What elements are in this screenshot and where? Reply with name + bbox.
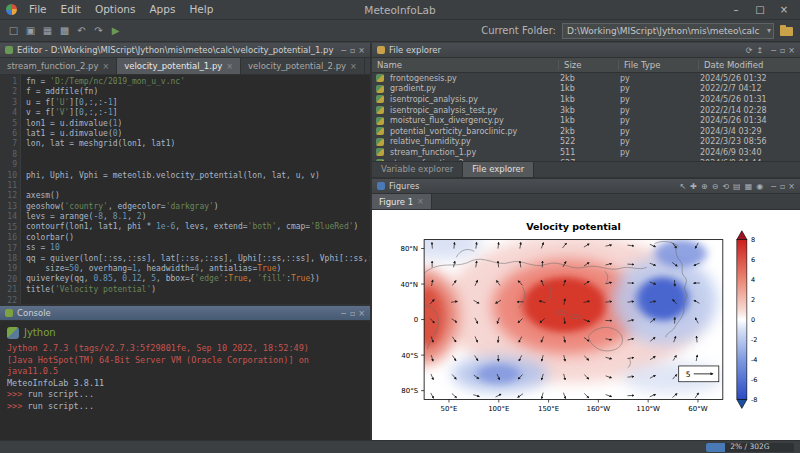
- menu-item-file[interactable]: File: [22, 0, 54, 19]
- file-row[interactable]: isentropic_analysis.py1kbpy2024/5/26 01:…: [372, 94, 800, 105]
- python-file-icon: [376, 106, 384, 114]
- minimize-icon[interactable]: −: [770, 44, 777, 57]
- figures-panel: Figures ↖✚⊕⊖⟲▤▦◉ −▫× Figure 1 ×: [372, 179, 800, 440]
- parent-folder-icon[interactable]: ↥: [756, 44, 763, 57]
- figures-panel-controls: −▫×: [770, 180, 795, 193]
- close-icon[interactable]: ×: [788, 44, 795, 57]
- jython-banner: Jython: [7, 325, 363, 341]
- editor-tab-velocity_potential_2.py[interactable]: velocity_potential_2.py×: [241, 58, 365, 74]
- svg-text:100°E: 100°E: [488, 405, 509, 413]
- svg-text:-6: -6: [751, 376, 757, 384]
- open-file-icon[interactable]: ▣: [22, 21, 39, 41]
- left-column: Editor - D:\Working\MIScript\Jython\mis\…: [0, 43, 372, 440]
- current-folder-label: Current Folder:: [481, 25, 556, 36]
- console-lines: Jython 2.7.3 (tags/v2.7.3:5f29801fe, Sep…: [7, 343, 363, 412]
- cursor-icon[interactable]: ↖: [680, 180, 687, 193]
- close-icon[interactable]: ×: [358, 44, 365, 57]
- tab-figure-1[interactable]: Figure 1 ×: [372, 194, 432, 209]
- menu-item-options[interactable]: Options: [88, 0, 143, 19]
- close-icon[interactable]: ×: [226, 62, 233, 71]
- file-table-header[interactable]: Name Size File Type Date Modified: [372, 58, 800, 73]
- tab-file-explorer[interactable]: File explorer: [463, 162, 534, 177]
- minimize-icon[interactable]: –: [724, 0, 748, 19]
- float-icon[interactable]: ▫: [350, 307, 355, 320]
- file-row[interactable]: moisture_flux_divergency.py1kbpy2024/5/2…: [372, 115, 800, 126]
- save-figure-icon[interactable]: ▦: [745, 180, 753, 193]
- svg-text:-8: -8: [751, 396, 757, 404]
- status-bar: 2% / 302G: [0, 440, 800, 453]
- menu-item-edit[interactable]: Edit: [54, 0, 88, 19]
- file-row[interactable]: gradient.py1kbpy2022/2/7 04:12: [372, 84, 800, 95]
- title-bar: FileEditOptionsAppsHelp MeteoInfoLab –□×: [0, 0, 800, 20]
- current-folder-value: D:\Working\MIScript\Jython\mis\meteo\cal…: [567, 26, 760, 36]
- minimize-icon[interactable]: −: [770, 180, 777, 193]
- close-icon[interactable]: ×: [350, 62, 357, 71]
- python-file-icon: [376, 117, 384, 125]
- column-header-filetype[interactable]: File Type: [618, 60, 698, 70]
- minimize-icon[interactable]: −: [340, 44, 347, 57]
- browse-folder-button[interactable]: [779, 24, 795, 37]
- menu-item-help[interactable]: Help: [182, 0, 220, 19]
- svg-text:8: 8: [751, 236, 755, 244]
- file-row[interactable]: stream_function_1.py511py2024/6/9 03:40: [372, 147, 800, 158]
- figure-canvas[interactable]: Velocity potential: [372, 210, 800, 440]
- quiver-key: 5: [679, 366, 719, 382]
- info-icon[interactable]: ◉: [756, 180, 763, 193]
- file-row[interactable]: frontogenesis.py2kbpy2024/5/26 01:32: [372, 73, 800, 84]
- undo-icon[interactable]: ↶: [73, 21, 90, 41]
- float-icon[interactable]: ▫: [780, 180, 785, 193]
- python-file-icon: [376, 148, 384, 156]
- menu-item-apps[interactable]: Apps: [142, 0, 182, 19]
- tab-variable-explorer[interactable]: Variable explorer: [372, 162, 463, 177]
- save-icon[interactable]: ▦: [39, 21, 56, 41]
- file-explorer-title: File explorer: [389, 45, 742, 55]
- console-output[interactable]: Jython Jython 2.7.3 (tags/v2.7.3:5f29801…: [0, 321, 370, 440]
- memory-usage-text: 2% / 302G: [706, 443, 794, 451]
- close-icon[interactable]: ×: [358, 307, 365, 320]
- python-file-icon: [376, 85, 384, 93]
- column-header-modified[interactable]: Date Modified: [698, 60, 800, 70]
- chevron-down-icon[interactable]: ▾: [767, 24, 771, 38]
- new-file-icon[interactable]: □: [5, 21, 22, 41]
- file-row[interactable]: isentropic_analysis_test.py3kbpy2022/2/1…: [372, 105, 800, 116]
- close-icon[interactable]: ×: [103, 62, 110, 71]
- console-icon: [5, 309, 13, 317]
- current-folder-combobox[interactable]: D:\Working\MIScript\Jython\mis\meteo\cal…: [562, 23, 774, 39]
- column-header-name[interactable]: Name: [372, 60, 558, 70]
- python-file-icon: [376, 74, 384, 82]
- code-lines[interactable]: fn = 'D:/Temp/nc/2019_mon_u_v.nc'f = add…: [21, 75, 370, 304]
- svg-text:60°W: 60°W: [688, 405, 707, 413]
- grid-icon[interactable]: ▤: [733, 180, 741, 193]
- close-icon[interactable]: ×: [417, 197, 424, 206]
- rotate-icon[interactable]: ⟲: [722, 180, 729, 193]
- line-numbers: 12345678910111213141516171819202122: [0, 75, 21, 304]
- column-header-size[interactable]: Size: [558, 60, 618, 70]
- zoom-out-icon[interactable]: ⊖: [712, 180, 719, 193]
- figure-tab-bar: Figure 1 ×: [372, 194, 800, 210]
- minimize-icon[interactable]: −: [340, 307, 347, 320]
- zoom-in-icon[interactable]: ⊕: [701, 180, 708, 193]
- main-toolbar: □▣▦▩↶↷▶ Current Folder: D:\Working\MIScr…: [0, 20, 800, 42]
- python-file-icon: [376, 127, 384, 135]
- file-row[interactable]: relative_humidity.py522py2022/3/23 08:56: [372, 137, 800, 148]
- file-row[interactable]: potential_vorticity_baroclinic.py2kbpy20…: [372, 126, 800, 137]
- float-icon[interactable]: ▫: [780, 44, 785, 57]
- refresh-icon[interactable]: ⟳: [746, 44, 753, 57]
- console-panel-title: Console: [17, 308, 336, 318]
- redo-icon[interactable]: ↷: [90, 21, 107, 41]
- maximize-icon[interactable]: □: [748, 0, 772, 19]
- close-icon[interactable]: ×: [788, 180, 795, 193]
- editor-tab-velocity_potential_1.py[interactable]: velocity_potential_1.py×: [117, 58, 241, 74]
- svg-text:40°S: 40°S: [401, 352, 418, 360]
- run-icon[interactable]: ▶: [107, 21, 124, 41]
- svg-text:5: 5: [686, 370, 691, 379]
- close-icon[interactable]: ×: [772, 0, 796, 19]
- save-all-icon[interactable]: ▩: [56, 21, 73, 41]
- float-icon[interactable]: ▫: [350, 44, 355, 57]
- editor-panel-title: Editor - D:\Working\MIScript\Jython\mis\…: [17, 45, 336, 55]
- explorer-bottom-tabs: Variable explorerFile explorer: [372, 161, 800, 177]
- pan-icon[interactable]: ✚: [690, 180, 697, 193]
- memory-progressbar: 2% / 302G: [706, 443, 794, 452]
- editor-tab-stream_function_2.py[interactable]: stream_function_2.py×: [0, 58, 117, 74]
- code-editor[interactable]: 12345678910111213141516171819202122 fn =…: [0, 75, 370, 304]
